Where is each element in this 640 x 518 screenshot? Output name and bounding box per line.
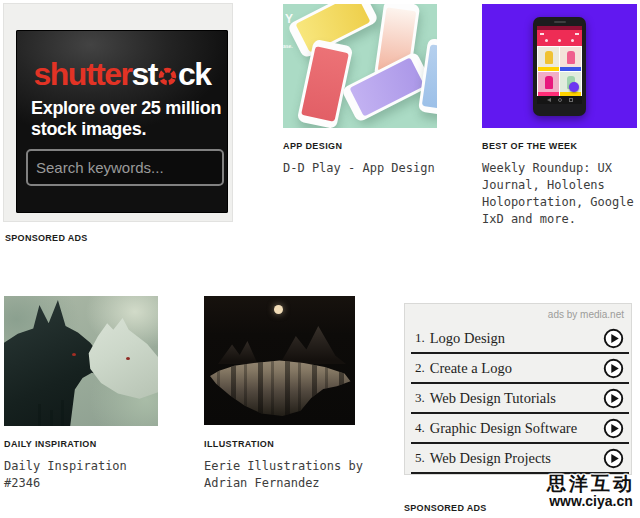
phone-screen — [537, 26, 582, 104]
ad-tagline-line1: Explore over 25 million — [31, 98, 221, 119]
paint-drip — [50, 410, 53, 426]
card-thumbnail-app-design[interactable]: Y ase. — [283, 4, 437, 128]
card-thumbnail-illustration[interactable] — [204, 296, 355, 425]
ad-item-number: 2. — [415, 360, 425, 376]
watermark-url: www.ciya.cn — [547, 494, 635, 508]
ad-container: shutterstck Explore over 25 million stoc… — [3, 3, 233, 222]
card-title-weekly-roundup[interactable]: Weekly Roundup: UX Journal, Hololens Hol… — [482, 160, 640, 228]
ad-item-label: Logo Design — [430, 330, 505, 347]
play-icon[interactable] — [603, 358, 624, 379]
ad-list-item[interactable]: 2. Create a Logo — [411, 354, 629, 384]
sponsored-ads-label-top: SPONSORED ADS — [5, 233, 88, 243]
play-icon[interactable] — [603, 328, 624, 349]
card-thumbnail-best-of-week[interactable] — [482, 4, 637, 128]
card-title-app-design[interactable]: D-D Play - App Design — [283, 160, 443, 177]
ad-item-label: Web Design Projects — [430, 450, 551, 467]
category-daily-inspiration[interactable]: DAILY INSPIRATION — [4, 439, 97, 449]
moon-icon — [274, 305, 283, 314]
ad-tagline-line2: stock images. — [31, 119, 221, 140]
card-title-daily-inspiration[interactable]: Daily Inspiration #2346 — [4, 458, 164, 492]
category-best-of-week[interactable]: BEST OF THE WEEK — [482, 141, 577, 151]
logo-text-shutter: shutter — [34, 56, 132, 92]
fab-button — [569, 82, 579, 92]
ad-item-label: Create a Logo — [430, 360, 512, 377]
ad-list-item[interactable]: 5. Web Design Projects — [411, 444, 629, 474]
shutterstock-ad-banner[interactable]: shutterstck Explore over 25 million stoc… — [16, 30, 228, 213]
ad-search-bar — [26, 149, 224, 186]
play-icon[interactable] — [603, 418, 624, 439]
paint-drip — [61, 400, 64, 426]
ad-list-item[interactable]: 3. Web Design Tutorials — [411, 384, 629, 414]
logo-text-st: st — [131, 56, 156, 92]
ads-attribution: ads by media.net — [548, 309, 624, 320]
logo-text-ck: ck — [178, 56, 211, 92]
ad-item-label: Web Design Tutorials — [430, 390, 556, 407]
ad-item-number: 4. — [415, 420, 425, 436]
ads-list: 1. Logo Design 2. Create a Logo 3. Web D… — [411, 324, 629, 474]
android-phone-mockup — [533, 17, 586, 116]
paint-drip — [38, 404, 41, 426]
ad-tagline: Explore over 25 million stock images. — [31, 98, 221, 140]
watermark: 思洋互动 www.ciya.cn — [547, 474, 635, 508]
ad-list-item[interactable]: 1. Logo Design — [411, 324, 629, 354]
card-thumbnail-daily-inspiration[interactable] — [4, 296, 158, 426]
shutterstock-logo: shutterstck — [16, 56, 228, 93]
wolf-eye — [126, 357, 130, 360]
search-input[interactable] — [28, 151, 224, 184]
play-icon[interactable] — [603, 388, 624, 409]
watermark-cn-text: 思洋互动 — [547, 474, 635, 493]
card-title-eerie-illustrations[interactable]: Eerie Illustrations by Adrian Fernandez — [204, 458, 366, 492]
ad-list-item[interactable]: 4. Graphic Design Software — [411, 414, 629, 444]
phone-speaker — [554, 21, 566, 23]
android-nav-bar — [537, 96, 582, 104]
mountain-silhouette — [280, 326, 346, 364]
ad-item-number: 3. — [415, 390, 425, 406]
play-icon[interactable] — [603, 448, 624, 469]
page: shutterstck Explore over 25 million stoc… — [0, 0, 640, 518]
category-illustration[interactable]: ILLUSTRATION — [204, 439, 274, 449]
ads-widget: ads by media.net 1. Logo Design 2. Creat… — [404, 303, 632, 475]
background-text-fragment: ase. — [283, 43, 293, 49]
mountain-silhouette — [218, 336, 282, 364]
ad-item-number: 1. — [415, 330, 425, 346]
sponsored-ads-label-bottom: SPONSORED ADS — [404, 503, 487, 513]
category-app-design[interactable]: APP DESIGN — [283, 141, 342, 151]
shutter-aperture-icon — [158, 67, 177, 86]
ad-item-label: Graphic Design Software — [430, 420, 577, 437]
ad-item-number: 5. — [415, 450, 425, 466]
